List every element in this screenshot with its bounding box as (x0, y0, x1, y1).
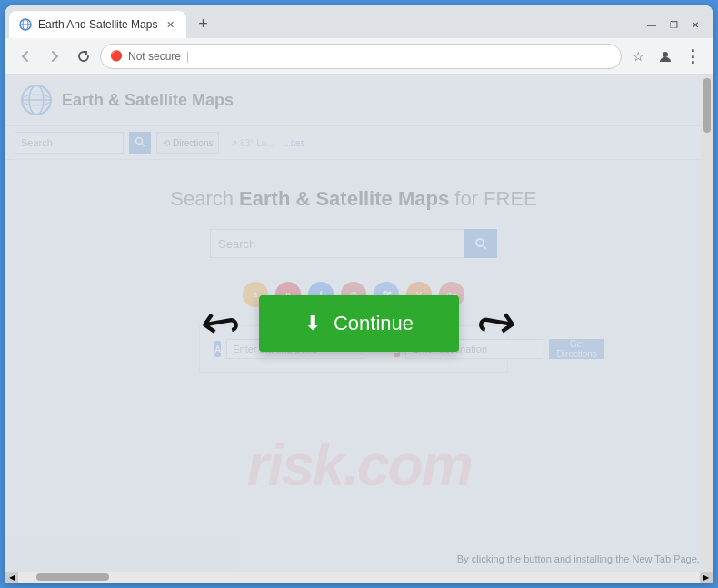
svg-point-3 (663, 52, 668, 57)
continue-label: Continue (334, 312, 414, 335)
close-button[interactable]: ✕ (685, 15, 705, 35)
reload-button[interactable] (71, 44, 96, 69)
restore-button[interactable]: ❐ (663, 15, 683, 35)
not-secure-label: Not secure (128, 50, 181, 63)
new-tab-button[interactable]: + (190, 11, 215, 36)
h-scroll-right-button[interactable]: ▶ (700, 572, 713, 583)
h-scroll-left-button[interactable]: ◀ (5, 572, 18, 583)
title-bar: Earth And Satellite Maps ✕ + — ❐ ✕ (5, 5, 713, 38)
arrow-right-icon: ↪ (474, 296, 521, 350)
forward-button[interactable] (42, 44, 67, 69)
overlay: ↩ ⬇ Continue ↪ (5, 75, 713, 572)
tab-title: Earth And Satellite Maps (38, 18, 157, 31)
tab-favicon (18, 17, 33, 32)
address-bar[interactable]: 🔴 Not secure | (100, 44, 622, 69)
h-scroll-track (18, 572, 700, 583)
star-icon: ☆ (633, 49, 644, 64)
tab-close-button[interactable]: ✕ (163, 17, 177, 32)
h-scroll-thumb[interactable] (36, 573, 109, 581)
tab-area: Earth And Satellite Maps ✕ + (5, 5, 634, 38)
menu-button[interactable]: ⋮ (680, 44, 705, 69)
scrollbar-thumb[interactable] (703, 78, 711, 133)
arrow-left-icon: ↩ (197, 296, 244, 350)
continue-button[interactable]: ⬇ Continue (259, 295, 459, 352)
account-button[interactable] (653, 44, 678, 69)
horizontal-scrollbar[interactable]: ◀ ▶ (5, 572, 713, 583)
arrows-container: ↩ ⬇ Continue ↪ (201, 295, 517, 352)
security-icon: 🔴 (110, 50, 123, 62)
address-separator: | (186, 50, 189, 63)
bookmark-button[interactable]: ☆ (625, 44, 651, 69)
browser-window: Earth And Satellite Maps ✕ + — ❐ ✕ 🔴 Not… (5, 5, 713, 583)
toolbar: 🔴 Not secure | ☆ ⋮ (5, 38, 713, 75)
download-icon: ⬇ (304, 312, 321, 335)
toolbar-actions: ☆ ⋮ (625, 44, 705, 69)
window-controls: — ❐ ✕ (634, 15, 713, 35)
vertical-scrollbar[interactable] (702, 75, 713, 572)
more-icon: ⋮ (684, 46, 701, 66)
page-content: Earth & Satellite Maps ⟲ Directions ↗ 83… (5, 75, 713, 572)
minimize-button[interactable]: — (642, 15, 662, 35)
back-button[interactable] (13, 44, 38, 69)
active-tab[interactable]: Earth And Satellite Maps ✕ (9, 11, 186, 38)
